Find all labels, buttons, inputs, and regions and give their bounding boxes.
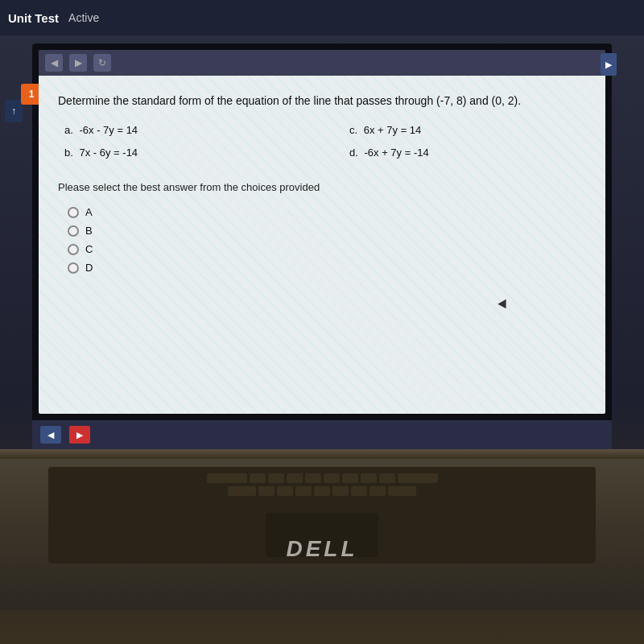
key: [228, 486, 256, 496]
screen-inner: ◀ ▶ ↻ Determine the standard form of the…: [39, 50, 605, 414]
laptop-area: ↑ 1 ▶ ◀ ▶ ↻ Determine the standard form …: [0, 35, 644, 644]
key: [305, 473, 321, 483]
answer-a-label: a.: [64, 124, 73, 136]
top-bar: Unit Test Active: [0, 0, 644, 35]
answer-b-text: 7x - 6y = -14: [79, 147, 138, 159]
answer-d-text: -6x + 7y = -14: [364, 147, 428, 159]
key-row-2: [58, 486, 586, 496]
laptop-body: DELL: [0, 449, 644, 610]
dell-logo: DELL: [286, 536, 357, 562]
answer-b-label: b.: [64, 147, 73, 159]
radio-circle-d: [68, 262, 79, 274]
radio-options: A B C D: [58, 206, 586, 274]
key: [332, 486, 349, 496]
key: [379, 473, 395, 483]
answer-a[interactable]: a. -6x - 7y = 14: [64, 121, 301, 139]
answer-c-text: 6x + 7y = 14: [364, 124, 422, 136]
answer-d[interactable]: d. -6x + 7y = -14: [349, 143, 586, 162]
next-arrow-icon[interactable]: ▶: [601, 53, 617, 76]
browser-toolbar: ◀ ▶ ↻: [39, 50, 605, 76]
key: [361, 473, 377, 483]
status-badge: Active: [68, 11, 99, 24]
radio-option-d[interactable]: D: [68, 262, 586, 274]
radio-label-b: B: [85, 225, 93, 237]
answer-d-label: d.: [349, 147, 358, 159]
bottom-play-button[interactable]: ▶: [69, 426, 90, 444]
key: [342, 473, 358, 483]
mouse-cursor: [497, 299, 510, 312]
back-button[interactable]: ◀: [45, 54, 63, 72]
left-nav-icon[interactable]: ↑: [5, 100, 23, 122]
key: [324, 473, 340, 483]
question-points: (-7, 8) and (0, 2).: [436, 94, 521, 107]
refresh-button[interactable]: ↻: [93, 54, 111, 72]
radio-option-c[interactable]: C: [68, 243, 586, 255]
answer-c-label: c.: [349, 124, 357, 136]
key: [388, 486, 416, 496]
instruction-text: Please select the best answer from the c…: [58, 181, 586, 193]
page-title: Unit Test: [8, 11, 59, 25]
key: [295, 486, 312, 496]
radio-circle-b: [68, 225, 79, 237]
radio-label-c: C: [85, 243, 93, 255]
radio-option-a[interactable]: A: [68, 206, 586, 218]
key: [207, 473, 247, 483]
key: [277, 486, 293, 496]
answer-c[interactable]: c. 6x + 7y = 14: [349, 121, 586, 139]
key: [398, 473, 438, 483]
radio-label-d: D: [85, 262, 93, 274]
key: [258, 486, 275, 496]
radio-option-b[interactable]: B: [68, 225, 586, 237]
forward-button[interactable]: ▶: [69, 54, 87, 72]
radio-circle-c: [68, 244, 79, 255]
bottom-nav: ◀ ▶: [32, 420, 612, 449]
question-text: Determine the standard form of the equat…: [58, 92, 586, 109]
answers-grid: a. -6x - 7y = 14 c. 6x + 7y = 14 b. 7x -…: [58, 121, 586, 162]
key: [268, 473, 284, 483]
key: [369, 486, 386, 496]
answer-a-text: -6x - 7y = 14: [79, 124, 138, 136]
key: [250, 473, 266, 483]
question-area: Determine the standard form of the equat…: [39, 76, 605, 414]
key: [314, 486, 330, 496]
laptop-hinge: [0, 449, 644, 459]
answer-b[interactable]: b. 7x - 6y = -14: [64, 143, 301, 162]
key: [351, 486, 367, 496]
radio-label-a: A: [85, 206, 93, 218]
key: [287, 473, 303, 483]
key-row-1: [58, 473, 586, 483]
bottom-back-button[interactable]: ◀: [40, 426, 61, 444]
screen-bezel: 1 ▶ ◀ ▶ ↻ Determine the standard form of…: [32, 43, 612, 420]
radio-circle-a: [68, 207, 79, 218]
